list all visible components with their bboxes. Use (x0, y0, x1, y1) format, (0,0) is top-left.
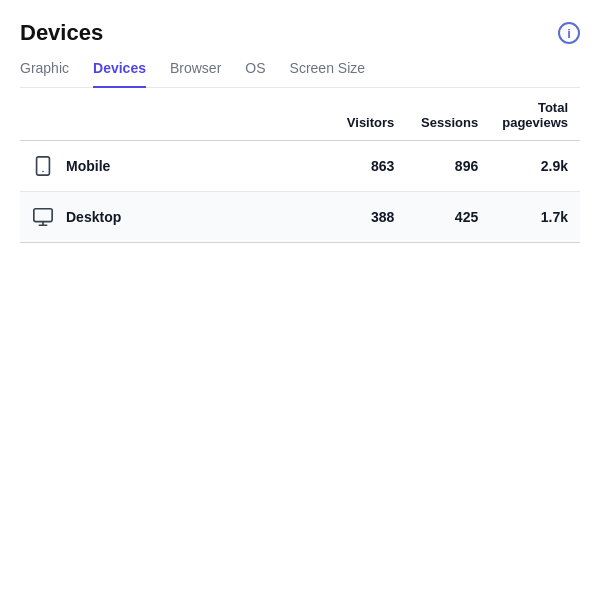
tab-devices[interactable]: Devices (93, 60, 146, 88)
mobile-visitors: 863 (323, 141, 407, 192)
desktop-label: Desktop (66, 209, 121, 225)
tab-screen-size[interactable]: Screen Size (290, 60, 365, 88)
page-header: Devices i (20, 20, 580, 46)
device-cell-mobile: Mobile (20, 141, 323, 192)
nav-tabs: Graphic Devices Browser OS Screen Size (20, 60, 580, 88)
desktop-sessions: 425 (406, 192, 490, 243)
tab-graphic[interactable]: Graphic (20, 60, 69, 88)
col-header-pageviews: Totalpageviews (490, 88, 580, 141)
device-cell-desktop: Desktop (20, 192, 323, 243)
tab-browser[interactable]: Browser (170, 60, 221, 88)
table-row: Mobile 863 896 2.9k (20, 141, 580, 192)
col-header-sessions: Sessions (406, 88, 490, 141)
mobile-icon (32, 155, 54, 177)
desktop-pageviews: 1.7k (490, 192, 580, 243)
page-container: Devices i Graphic Devices Browser OS Scr… (0, 0, 600, 600)
col-header-device (20, 88, 323, 141)
desktop-visitors: 388 (323, 192, 407, 243)
page-title: Devices (20, 20, 103, 46)
devices-table: Visitors Sessions Totalpageviews (20, 88, 580, 243)
desktop-icon (32, 206, 54, 228)
svg-rect-0 (37, 157, 50, 175)
mobile-label: Mobile (66, 158, 110, 174)
mobile-sessions: 896 (406, 141, 490, 192)
table-row: Desktop 388 425 1.7k (20, 192, 580, 243)
svg-rect-2 (34, 209, 52, 222)
mobile-pageviews: 2.9k (490, 141, 580, 192)
info-icon[interactable]: i (558, 22, 580, 44)
col-header-visitors: Visitors (323, 88, 407, 141)
data-table-wrap: Visitors Sessions Totalpageviews (20, 88, 580, 243)
table-header-row: Visitors Sessions Totalpageviews (20, 88, 580, 141)
tab-os[interactable]: OS (245, 60, 265, 88)
